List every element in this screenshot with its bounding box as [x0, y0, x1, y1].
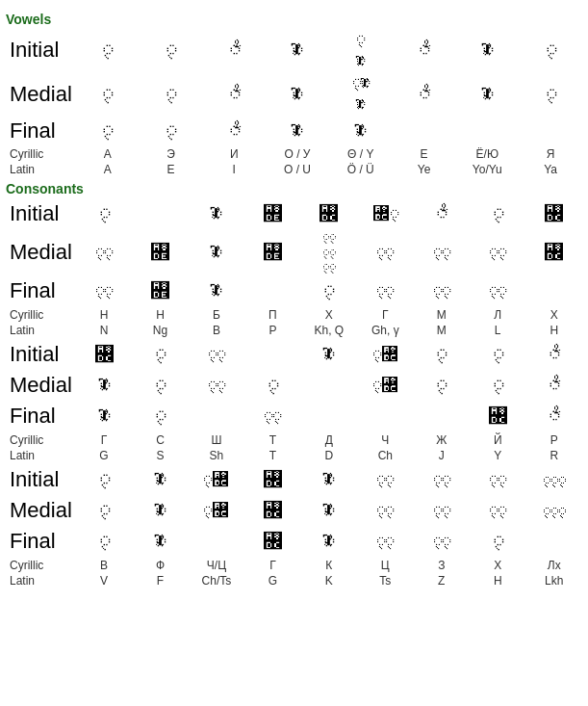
vc-5: Θ / Y	[329, 146, 393, 162]
c3cy-label: Cyrillic	[6, 558, 76, 573]
c1f-8: ꣄꣄	[470, 276, 525, 307]
c3l-9: Lkh	[525, 573, 582, 588]
vf-5: ꣃ	[329, 116, 393, 146]
c1l-9: H	[525, 323, 582, 338]
c1l-label: Latin	[6, 323, 76, 338]
c3cy-1: В	[76, 558, 132, 573]
consonants3-table: Initial ꣄ ꣃ ꣄꣜ ꣜ ꣃ ꣄꣄ ꣄꣄ ꣄꣄ ꣄꣄꣄ Medial ꣄…	[6, 465, 582, 588]
vf-2: ꣄	[140, 116, 203, 146]
c2cy-2: С	[132, 432, 188, 448]
c1i-4: ꣞	[244, 198, 300, 229]
c1f-4	[244, 276, 300, 307]
con2-medial-row: Medial ꣃ ꣄ ꣄꣄ ꣄ ꣄꣜ ꣄ ꣄ ꣅ	[6, 371, 582, 402]
c2i-7: ꣄	[414, 340, 470, 371]
c2l-9: R	[525, 448, 582, 463]
c2m-7: ꣄	[414, 371, 470, 402]
c2cy-7: Ж	[414, 432, 470, 448]
c1f-2: ꣞	[132, 276, 188, 307]
c3m-1: ꣄	[76, 496, 132, 527]
c2m-4: ꣄	[244, 371, 300, 402]
c3m-5: ꣃ	[301, 496, 357, 527]
c1f-3: ꣃ	[189, 276, 244, 307]
c3f-label: Final	[6, 527, 76, 558]
con3-latin-row: Latin V F Ch/Ts G K Ts Z H Lkh	[6, 573, 582, 588]
con3-medial-row: Medial ꣄ ꣃ ꣄꣜ ꣜ ꣃ ꣄꣄ ꣄꣄ ꣄꣄ ꣄꣄꣄	[6, 496, 582, 527]
vi-3: ꣅ	[202, 29, 266, 72]
vi-8: ꣄	[519, 29, 582, 72]
c1m-7: ꣄꣄	[414, 229, 470, 275]
c1cy-4: П	[244, 307, 300, 323]
c3i-4: ꣜	[244, 465, 300, 496]
vl-4: O / U	[266, 162, 329, 177]
con2-cyrillic-row: Cyrillic Г С Ш Т Д Ч Ж Й Р	[6, 432, 582, 448]
c2i-5: ꣃ	[301, 340, 357, 371]
c2cy-label: Cyrillic	[6, 432, 76, 448]
c1l-5: Kh, Q	[301, 323, 357, 338]
c2i-label: Initial	[6, 340, 76, 371]
c1cy-1: Н	[76, 307, 132, 323]
c2l-1: G	[76, 448, 132, 463]
c2f-7	[414, 402, 470, 432]
c2f-6	[357, 402, 413, 432]
c3f-4: ꣜	[244, 527, 300, 558]
vm-5: ꣄ꣃꣃ	[329, 72, 393, 116]
c1m-4: ꣞	[244, 229, 300, 275]
c1cy-3: Б	[189, 307, 244, 323]
c3i-9: ꣄꣄꣄	[525, 465, 582, 496]
c1l-6: Gh, γ	[357, 323, 413, 338]
vf-7	[455, 116, 519, 146]
c1l-8: L	[470, 323, 525, 338]
c3i-6: ꣄꣄	[357, 465, 413, 496]
c3cy-2: Ф	[132, 558, 188, 573]
con2-initial-row: Initial ꣜ ꣄ ꣄꣄ ꣃ ꣄꣜ ꣄ ꣄ ꣅ	[6, 340, 582, 371]
final-label: Final	[6, 116, 76, 146]
c2l-2: S	[132, 448, 188, 463]
vf-6	[393, 116, 456, 146]
c1i-8: ꣄	[470, 198, 525, 229]
c2m-9: ꣅ	[525, 371, 582, 402]
vm-3: ꣅ	[202, 72, 266, 116]
c3m-9: ꣄꣄꣄	[525, 496, 582, 527]
vl-1: A	[76, 162, 140, 177]
vc-3: И	[202, 146, 266, 162]
c2m-8: ꣄	[470, 371, 525, 402]
c3cy-6: Ц	[357, 558, 413, 573]
c1i-2	[132, 198, 188, 229]
c1cy-8: Л	[470, 307, 525, 323]
c2i-8: ꣄	[470, 340, 525, 371]
c3m-6: ꣄꣄	[357, 496, 413, 527]
vi-2: ꣄	[140, 29, 203, 72]
c3cy-9: Лх	[525, 558, 582, 573]
con2-final-row: Final ꣃ ꣄ ꣄꣄ ꣜ ꣅ	[6, 402, 582, 432]
c2m-6: ꣄꣜	[357, 371, 413, 402]
c2l-6: Ch	[357, 448, 413, 463]
c3f-7: ꣄꣄	[414, 527, 470, 558]
c1l-3: B	[189, 323, 244, 338]
vc-7: Ё/Ю	[455, 146, 519, 162]
c1cy-label: Cyrillic	[6, 307, 76, 323]
c2l-8: Y	[470, 448, 525, 463]
c1m-6: ꣄꣄	[357, 229, 413, 275]
c1l-4: P	[244, 323, 300, 338]
c2l-5: D	[301, 448, 357, 463]
c1f-label: Final	[6, 276, 76, 307]
con1-latin-row: Latin N Ng B P Kh, Q Gh, γ M L H	[6, 323, 582, 338]
c3i-3: ꣄꣜	[189, 465, 244, 496]
c1f-9	[525, 276, 582, 307]
c2f-5	[301, 402, 357, 432]
c2f-4: ꣄꣄	[244, 402, 300, 432]
c2i-4	[244, 340, 300, 371]
vi-5: ꣄ꣃ	[329, 29, 393, 72]
vl-6: Ye	[393, 162, 456, 177]
con3-final-row: Final ꣄ ꣃ ꣜ ꣃ ꣄꣄ ꣄꣄ ꣄	[6, 527, 582, 558]
vi-1: ꣄	[76, 29, 140, 72]
c1f-7: ꣄꣄	[414, 276, 470, 307]
c3m-7: ꣄꣄	[414, 496, 470, 527]
c3cy-8: Х	[470, 558, 525, 573]
consonants1-table: Initial ꣄ ꣃ ꣞ ꣜ ꣜꣄ ꣅ ꣄ ꣜ Medial ꣄꣄ ꣞ ꣃ ꣞…	[6, 198, 582, 337]
c1i-9: ꣜	[525, 198, 582, 229]
c3cy-3: Ч/Ц	[189, 558, 244, 573]
c2f-8: ꣜	[470, 402, 525, 432]
vowels-table: Initial ꣄ ꣄ ꣅ ꣃ ꣄ꣃ ꣅ ꣃ ꣄ Medial ꣄ ꣄ ꣅ ꣃ …	[6, 29, 582, 177]
c1m-9: ꣜	[525, 229, 582, 275]
